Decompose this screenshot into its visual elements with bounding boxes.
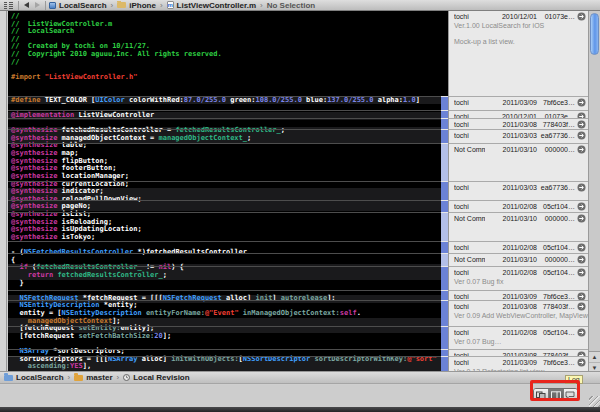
scrollbar[interactable]: ▲ ▼ [588,11,600,371]
revision-cell[interactable]: Not Commit…2011/03/10000000… [449,143,588,181]
revision-cell[interactable]: tochi2010/12/0101073e… [449,110,588,118]
version-crumb-local-revision[interactable]: Local Revision [123,373,189,382]
show-commit-button[interactable] [576,302,587,311]
breadcrumb-item-iphone[interactable]: iPhone [117,1,156,10]
revision-hash: 778403f… [537,121,575,129]
revision-author: tochi [454,99,485,107]
revision-author: Not Commit… [454,215,485,223]
code-line: #define TEXT_COLOR [UIColor colorWithRed… [8,97,448,105]
revision-date: 2010/12/01 [485,13,537,21]
change-bar [441,143,448,181]
crumb-separator: › [111,1,114,10]
chunk-divider [8,118,448,119]
revision-hash: 7bf6ce3… [537,293,575,301]
revision-date: 2011/03/09 [485,359,537,367]
revision-date: 2011/03/10 [485,256,537,264]
revision-row: tochi2011/03/03ea67736… [449,130,588,140]
crumb-label: LocalSearch [59,1,107,10]
revision-author: tochi [454,303,485,311]
show-commit-button[interactable] [576,98,587,107]
revision-hash: 05cf104… [537,203,575,211]
show-commit-button[interactable] [576,292,587,300]
revision-author: tochi [454,184,485,192]
revision-row: tochi2011/02/0805cf104… [449,267,588,277]
show-commit-button[interactable] [576,243,587,252]
revision-hash: 05cf104… [537,329,575,337]
breadcrumb-item-localsearch[interactable]: LocalSearch [49,1,107,10]
revision-cell[interactable]: tochi2011/03/097bf6ce3…Ver 0.12 Refactor… [449,356,588,371]
revision-cell[interactable]: tochi2011/02/0805cf104…Ver 0.07 Bug… [449,326,588,349]
chunk-divider [8,253,448,254]
code-line [8,82,448,90]
chunk-divider [8,300,448,301]
back-button[interactable] [24,2,29,8]
revision-hash: 7bf6ce3… [537,359,575,367]
revision-cell[interactable]: tochi2011/03/03ea67736… [449,129,588,143]
revision-cell[interactable]: tochi2011/02/0805cf104…Ver 0.07 Bug fix [449,266,588,290]
revision-cell[interactable]: tochi2011/03/097bf6ce3… [449,96,588,110]
show-commit-button[interactable] [576,268,587,277]
breadcrumb-item-listviewcontroller-m[interactable]: mListViewController.m [167,1,256,10]
version-jump-bar: LocalSearch›master›Local Revision [0,371,600,384]
related-files-icon[interactable] [3,1,14,10]
revision-hash: 05cf104… [537,244,575,252]
revision-hash: 05cf104… [537,269,575,277]
scroll-up-button[interactable]: ▲ [589,352,600,362]
revision-row: tochi2011/03/08778403f… [449,301,588,311]
breadcrumb: LocalSearch›iPhone›mListViewController.m… [48,1,316,10]
revision-cell[interactable]: Not Commit…2011/03/10000000… [449,212,588,241]
revision-cell[interactable]: tochi2011/03/03ea67736… [449,181,588,200]
toolbar-separator [45,1,46,10]
chunk-divider [8,241,448,242]
show-commit-button[interactable] [576,183,587,192]
crumb-label: No Selection [267,1,315,10]
crumb-label: ListViewController.m [177,1,256,10]
chunk-divider [8,290,448,291]
revision-cell[interactable]: tochi2010/12/0101073e…Ver.1.00 LocalSear… [449,11,588,96]
version-crumb-master[interactable]: master [74,373,112,382]
chunk-divider [8,200,448,201]
revision-cell[interactable]: tochi2011/02/0805cf104… [449,200,588,212]
revision-note: Mock-up a list view. [449,37,588,46]
change-bar [441,241,448,253]
show-commit-button[interactable] [576,145,587,154]
resize-grip-icon[interactable] [589,396,600,407]
revision-cell[interactable]: Not Commit…2011/03/10000000… [449,253,588,266]
show-commit-button[interactable] [576,202,587,211]
revision-cell[interactable]: tochi2011/03/08778403f… [449,118,588,129]
folder-icon [4,375,13,381]
scrollbar-thumb[interactable] [590,13,599,55]
crumb-label: iPhone [129,1,156,10]
revision-row: tochi2011/02/0805cf104… [449,242,588,252]
change-bar [441,181,448,200]
revision-cell[interactable]: tochi2011/03/08778403f… [449,349,588,356]
show-commit-button[interactable] [576,131,587,140]
revision-cell[interactable]: tochi2011/02/0805cf104… [449,241,588,253]
source-code-editor[interactable]: //// ListViewController.m// LocalSearch/… [8,11,448,371]
breadcrumb-item-no-selection[interactable]: No Selection [267,1,315,10]
chunk-divider [8,143,448,144]
change-bar [441,266,448,290]
revision-cell[interactable]: tochi2011/03/097bf6ce3… [449,290,588,300]
blame-sidebar: tochi2010/12/0101073e…Ver.1.00 LocalSear… [448,11,588,371]
forward-button[interactable] [35,2,40,8]
show-commit-button[interactable] [576,120,587,129]
version-crumb-localsearch[interactable]: LocalSearch [4,373,64,382]
show-commit-button[interactable] [576,12,587,21]
objc-file-icon: m [167,1,174,9]
show-commit-button[interactable] [576,214,587,223]
crumb-label: master [86,373,112,382]
revision-hash: 7bf6ce3… [537,99,575,107]
revision-cell[interactable]: tochi2011/03/08778403f…Ver 0.09 Add WebV… [449,300,588,326]
revision-date: 2011/03/10 [485,215,537,223]
show-commit-button[interactable] [576,328,587,337]
revision-note: Ver 0.07 Bug fix [449,277,588,286]
revision-date: 2011/02/08 [485,269,537,277]
version-editor: //// ListViewController.m// LocalSearch/… [0,11,600,371]
revision-date: 2011/03/09 [485,293,537,301]
chunk-divider [8,326,448,327]
show-commit-button[interactable] [576,358,587,367]
show-commit-button[interactable] [576,255,587,264]
revision-row: tochi2011/03/097bf6ce3… [449,291,588,300]
code-line: return fetchedResultsController_; [8,272,448,280]
